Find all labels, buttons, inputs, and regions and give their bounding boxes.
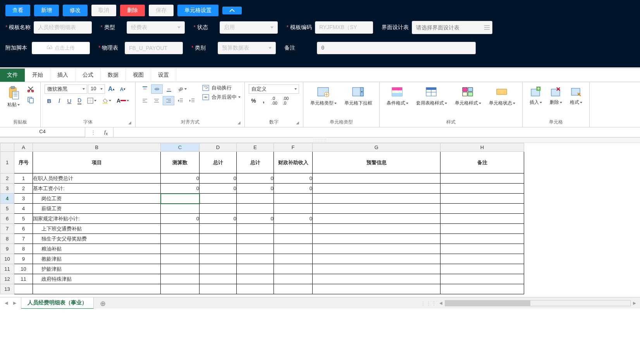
table-cell[interactable] (440, 224, 524, 234)
table-cell[interactable]: 粮油补贴 (33, 244, 161, 254)
table-cell[interactable]: 5 (14, 214, 33, 224)
sheet-area[interactable]: ABCDEFGH1序号项目测算数总计总计财政补助收入预警信息备注21在职人员经费… (0, 143, 640, 297)
decrease-indent-button[interactable] (175, 96, 186, 105)
table-cell[interactable] (237, 244, 274, 254)
category-select[interactable]: 预算数据表 (218, 42, 276, 54)
table-cell[interactable] (200, 244, 237, 254)
font-dialog-launcher-icon[interactable]: ◢ (128, 120, 131, 125)
horizontal-scrollbar[interactable] (445, 300, 631, 306)
table-cell[interactable] (161, 254, 200, 264)
fill-color-button[interactable] (100, 96, 114, 105)
sheet-next-icon[interactable]: ▶ (13, 300, 16, 306)
orientation-button[interactable]: ab (175, 84, 189, 94)
font-size-select[interactable]: 10 (88, 84, 105, 94)
table-cell[interactable] (440, 264, 524, 274)
upload-button[interactable]: 点击上传 (32, 42, 90, 54)
col-header-E[interactable]: E (237, 143, 274, 152)
table-cell[interactable] (313, 224, 440, 234)
table-cell[interactable]: 8 (14, 244, 33, 254)
sheet-prev-icon[interactable]: ◀ (5, 300, 8, 306)
row-header-12[interactable]: 12 (0, 274, 14, 284)
table-cell[interactable] (161, 264, 200, 274)
col-header-C[interactable]: C (161, 143, 200, 152)
table-cell[interactable] (200, 254, 237, 264)
table-cell[interactable] (200, 234, 237, 244)
table-cell[interactable] (274, 244, 313, 254)
phys-table-input[interactable] (125, 42, 183, 54)
table-cell[interactable]: 0 (200, 173, 237, 184)
cut-button[interactable] (25, 84, 36, 94)
delete-cells-button[interactable]: 删除 (547, 84, 565, 107)
table-cell[interactable]: 基本工资小计: (33, 184, 161, 194)
row-header-4[interactable]: 4 (0, 194, 14, 204)
table-cell[interactable]: 独生子女父母奖励费 (33, 234, 161, 244)
tab-视图[interactable]: 视图 (126, 69, 151, 82)
percent-button[interactable]: % (249, 96, 258, 105)
increase-font-button[interactable]: A▴ (106, 84, 117, 94)
table-cell[interactable] (161, 204, 200, 214)
fx-icon[interactable]: fx (104, 129, 108, 136)
table-cell[interactable]: 0 (237, 184, 274, 194)
row-header-10[interactable]: 10 (0, 254, 14, 264)
table-cell[interactable]: 0 (161, 184, 200, 194)
header-cell[interactable]: 备注 (440, 152, 524, 173)
hscroll-left-icon[interactable]: ◀ (439, 301, 442, 305)
number-format-select[interactable]: 自定义 (249, 84, 299, 94)
table-cell[interactable]: 11 (14, 274, 33, 284)
table-cell[interactable]: 0 (237, 173, 274, 184)
table-cell[interactable]: 0 (237, 214, 274, 224)
table-cell[interactable] (161, 284, 200, 294)
table-cell[interactable] (313, 173, 440, 184)
table-cell[interactable] (237, 264, 274, 274)
table-cell[interactable] (440, 244, 524, 254)
font-name-select[interactable]: 微软雅黑 (45, 84, 87, 94)
align-bottom-button[interactable] (163, 84, 174, 94)
header-cell[interactable]: 预警信息 (313, 152, 440, 173)
table-cell[interactable] (313, 254, 440, 264)
table-cell[interactable] (274, 254, 313, 264)
align-center-button[interactable] (151, 96, 162, 105)
table-cell[interactable]: 6 (14, 224, 33, 234)
table-cell[interactable] (161, 274, 200, 284)
table-cell[interactable]: 0 (274, 214, 313, 224)
table-cell[interactable] (237, 224, 274, 234)
header-cell[interactable]: 总计 (200, 152, 237, 173)
align-left-button[interactable] (139, 96, 150, 105)
col-header-B[interactable]: B (33, 143, 161, 152)
remark-input[interactable] (317, 42, 476, 54)
name-box[interactable]: C4 (0, 127, 85, 137)
table-cell[interactable] (440, 274, 524, 284)
table-cell[interactable] (274, 274, 313, 284)
conditional-format-button[interactable]: 条件格式 (384, 84, 411, 108)
col-header-D[interactable]: D (200, 143, 237, 152)
select-all-corner[interactable] (0, 143, 14, 152)
merge-button[interactable]: 合并后居中 (202, 94, 241, 101)
header-cell[interactable]: 总计 (237, 152, 274, 173)
collapse-button[interactable] (222, 7, 242, 14)
new-button[interactable]: 新增 (34, 5, 59, 16)
table-cell[interactable]: 10 (14, 264, 33, 274)
table-cell[interactable] (274, 194, 313, 204)
cell-type-button[interactable]: 单元格类型 (307, 84, 340, 108)
table-cell[interactable]: 2 (14, 184, 33, 194)
table-cell[interactable] (161, 234, 200, 244)
table-cell[interactable] (33, 284, 161, 294)
table-cell[interactable] (440, 234, 524, 244)
col-header-G[interactable]: G (313, 143, 440, 152)
paste-button[interactable]: 粘贴 (4, 84, 23, 110)
row-header-8[interactable]: 8 (0, 234, 14, 244)
row-header-1[interactable]: 1 (0, 152, 14, 173)
table-cell[interactable] (313, 234, 440, 244)
table-cell[interactable]: 7 (14, 234, 33, 244)
underline-button[interactable]: U (65, 96, 74, 105)
tab-公式[interactable]: 公式 (76, 69, 101, 82)
cell-state-button[interactable]: 单元格状态 (486, 84, 518, 108)
table-cell[interactable]: 0 (161, 173, 200, 184)
hscroll-right-icon[interactable]: ▶ (633, 301, 636, 305)
cell-settings-button[interactable]: 单元格设置 (177, 5, 218, 16)
tab-文件[interactable]: 文件 (0, 69, 25, 82)
table-cell[interactable] (237, 274, 274, 284)
header-cell[interactable]: 序号 (14, 152, 33, 173)
type-select[interactable]: 经费表 (127, 21, 185, 34)
tab-数据[interactable]: 数据 (101, 69, 126, 82)
